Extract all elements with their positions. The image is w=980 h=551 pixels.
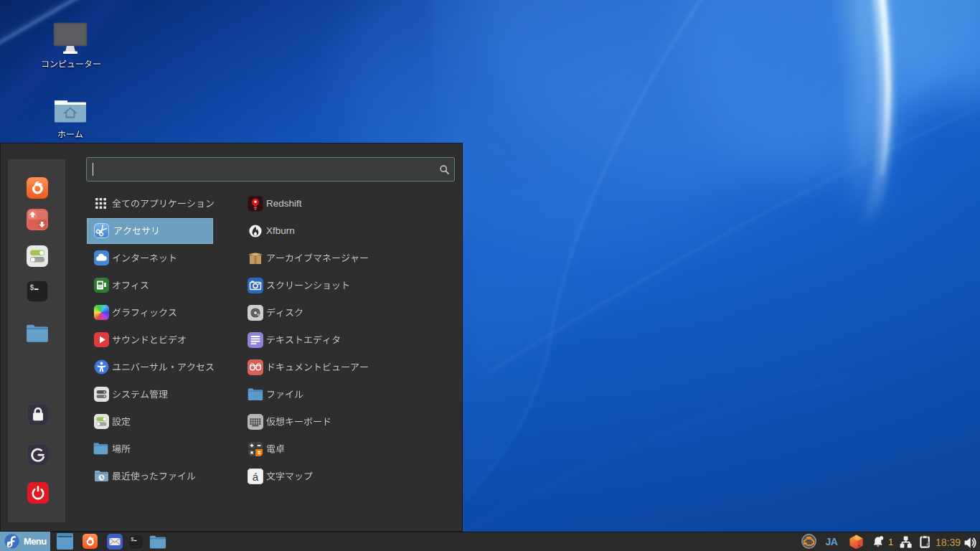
svg-text:á: á xyxy=(252,470,258,482)
svg-text:$: $ xyxy=(131,537,133,542)
svg-text:$: $ xyxy=(30,284,34,292)
